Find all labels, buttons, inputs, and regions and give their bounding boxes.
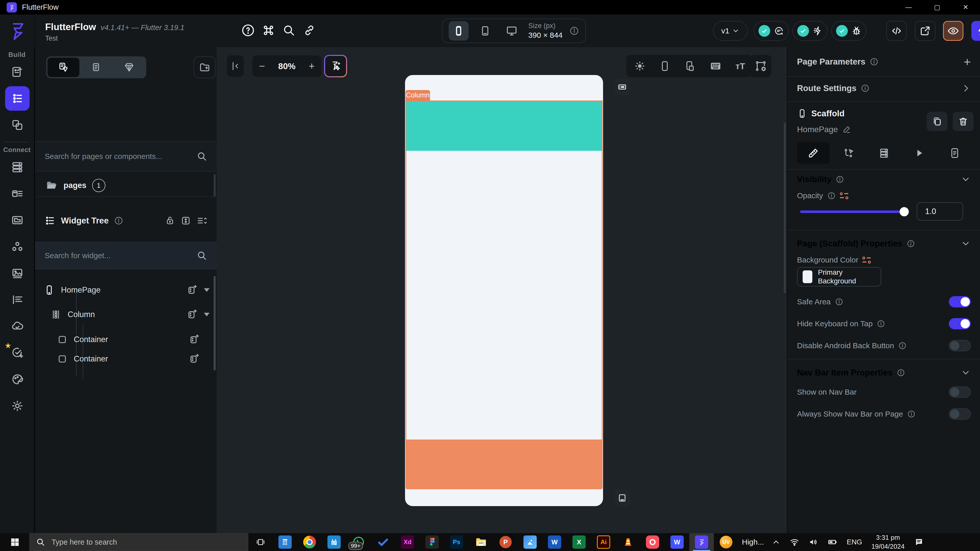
safe-area-toggle[interactable] [949, 296, 971, 307]
tree-node-container-2[interactable]: Container [35, 350, 217, 368]
tree-node-homepage[interactable]: HomePage [35, 281, 217, 299]
battery-icon[interactable] [827, 537, 838, 547]
taskbar-clock[interactable]: 3:31 pm 19/04/2024 [871, 533, 904, 551]
canvas-scrollbar[interactable] [784, 122, 786, 293]
app-chrome[interactable] [298, 533, 322, 551]
canvas-area[interactable]: − 80% + тT Column [217, 47, 787, 533]
app-adobe-xd[interactable]: Xd [395, 533, 420, 551]
tree-scrollbar[interactable] [213, 276, 216, 370]
light-dark-mode-icon[interactable] [634, 60, 646, 72]
add-widget-icon[interactable] [189, 334, 200, 345]
minimize-button[interactable]: — [894, 0, 923, 14]
app-screen-recorder[interactable] [640, 533, 665, 551]
phone-preview[interactable]: Column [405, 75, 603, 506]
column-selection-outline[interactable] [406, 100, 603, 489]
container-teal[interactable] [406, 101, 602, 151]
debug-status-button[interactable] [831, 21, 866, 41]
device-phone-button[interactable] [449, 21, 469, 41]
run-button[interactable] [971, 21, 980, 41]
ai-generate-button[interactable] [324, 55, 347, 77]
app-powerpoint[interactable]: P [493, 533, 518, 551]
add-parameter-button[interactable]: + [964, 55, 971, 69]
always-show-nav-toggle[interactable] [949, 408, 971, 420]
app-calculator[interactable] [273, 533, 298, 551]
container-orange[interactable] [406, 440, 602, 489]
rotate-device-icon[interactable] [684, 60, 696, 72]
nav-components[interactable] [0, 112, 35, 138]
app-figma[interactable] [420, 533, 444, 551]
copy-widget-button[interactable] [927, 112, 948, 131]
link-button[interactable] [299, 20, 320, 41]
route-settings-row[interactable]: Route Settings [788, 79, 980, 98]
conditional-value-icon[interactable] [840, 192, 848, 199]
tab-pages-and-components[interactable] [48, 58, 80, 77]
app-excel[interactable]: X [567, 533, 591, 551]
collapse-caret[interactable] [204, 313, 210, 316]
app-photoshop[interactable]: Ps [444, 533, 469, 551]
pages-search-input[interactable] [44, 152, 196, 161]
tab-backend[interactable] [868, 142, 900, 164]
device-tablet-button[interactable] [475, 21, 495, 41]
help-button[interactable] [238, 20, 258, 41]
opacity-value-input[interactable] [924, 206, 955, 216]
add-widget-icon[interactable] [186, 309, 198, 320]
task-view-button[interactable] [248, 533, 273, 551]
app-illustrator[interactable]: Ai [591, 533, 616, 551]
navbar-properties-header[interactable]: Nav Bar Item Properties [788, 365, 980, 380]
nav-database[interactable] [0, 154, 35, 180]
volume-icon[interactable] [808, 537, 818, 547]
device-frame-icon[interactable] [659, 60, 671, 72]
comments-status-button[interactable] [754, 21, 789, 41]
app-vlc[interactable] [616, 533, 640, 551]
tree-node-column[interactable]: Column [35, 306, 217, 324]
collapse-left-panel-button[interactable] [227, 56, 244, 77]
slider-thumb[interactable] [900, 207, 909, 216]
tree-node-container-1[interactable]: Container [35, 330, 217, 348]
size-info-icon[interactable] [569, 26, 579, 36]
tray-chevron-up-icon[interactable] [772, 538, 780, 546]
command-palette-button[interactable] [258, 20, 279, 41]
expand-collapse-all-icon[interactable] [180, 215, 191, 226]
nav-app-settings[interactable] [0, 392, 35, 419]
nav-theme-settings[interactable] [0, 366, 35, 392]
nav-asset-library[interactable] [0, 260, 35, 286]
close-button[interactable]: ✕ [951, 0, 980, 14]
collapse-caret[interactable] [204, 288, 210, 292]
zoom-in-button[interactable]: + [309, 61, 315, 71]
opacity-slider[interactable] [800, 210, 907, 213]
nav-app-values[interactable] [0, 180, 35, 207]
widget-tree-info-icon[interactable] [114, 216, 124, 225]
rename-pencil-icon[interactable] [842, 124, 852, 134]
actions-status-button[interactable] [792, 21, 828, 41]
background-color-picker[interactable]: Primary Background [797, 267, 881, 286]
delete-widget-button[interactable] [953, 112, 974, 131]
tab-actions[interactable] [832, 142, 865, 164]
tree-options-icon[interactable] [196, 215, 207, 226]
scaffold-properties-header[interactable]: Page (Scaffold) Properties [788, 236, 980, 251]
wifi-icon[interactable] [790, 537, 799, 547]
add-widget-icon[interactable] [189, 353, 200, 365]
disable-back-toggle[interactable] [949, 340, 971, 351]
app-webflow[interactable]: W [665, 533, 689, 551]
view-code-button[interactable] [886, 21, 907, 41]
conditional-value-icon[interactable] [862, 257, 871, 264]
start-button[interactable] [0, 533, 29, 551]
taskbar-search-input[interactable] [51, 538, 242, 547]
app-flutterflow-active[interactable] [689, 533, 714, 551]
add-widget-icon[interactable] [186, 284, 198, 295]
nav-media-assets[interactable] [0, 207, 35, 233]
notifications-icon[interactable] [914, 537, 924, 547]
version-dropdown[interactable]: v1 [713, 21, 748, 41]
show-on-nav-toggle[interactable] [949, 386, 971, 398]
nav-testing[interactable]: ★ [0, 340, 35, 366]
app-photos[interactable] [518, 533, 542, 551]
app-todo[interactable] [371, 533, 395, 551]
text-scale-icon[interactable]: тT [735, 61, 745, 71]
nav-bar-toggle-button[interactable] [614, 490, 630, 506]
zoom-out-button[interactable]: − [259, 61, 265, 71]
add-folder-button[interactable] [194, 56, 216, 78]
tab-components[interactable] [113, 58, 145, 77]
selected-widget-tag[interactable]: Column [406, 90, 430, 100]
maximize-button[interactable]: ▢ [923, 0, 951, 14]
app-whatsapp[interactable]: 99+ [346, 533, 371, 551]
